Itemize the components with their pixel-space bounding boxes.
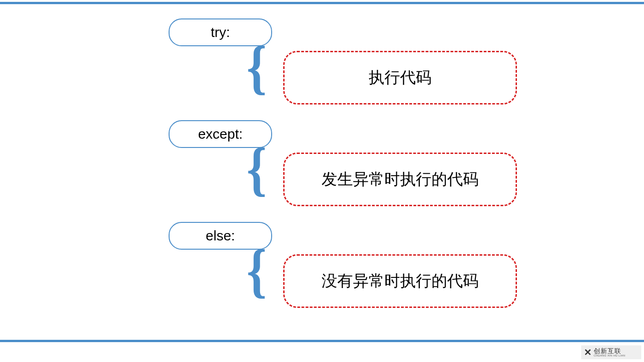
watermark-en: CHUANG XIN HU LIAN [594,354,625,357]
brace-except: { [247,139,267,199]
desc-else-body: 没有异常时执行的代码 [283,254,517,308]
top-rule [0,2,644,4]
desc-try-body: 执行代码 [283,51,517,104]
bottom-rule [0,340,644,342]
watermark-cn: 创新互联 [594,348,625,354]
watermark: ✕ 创新互联 CHUANG XIN HU LIAN [581,345,641,359]
watermark-logo-icon: ✕ [584,347,592,358]
brace-else: { [247,240,267,301]
desc-except-body: 发生异常时执行的代码 [283,153,517,206]
diagram-canvas: try: { 执行代码 except: { 发生异常时执行的代码 else: {… [0,0,644,362]
brace-try: { [247,37,267,97]
